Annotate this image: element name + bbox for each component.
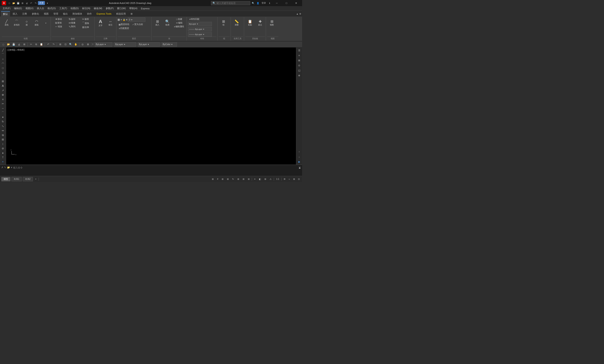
lt-array[interactable]: ⊞ (0, 138, 5, 142)
lineweight-dropdown-ribbon[interactable]: ──── ByLayer ▾ (188, 32, 212, 37)
tab-layout2[interactable]: 布局2 (23, 177, 33, 181)
bycolor-dropdown[interactable]: ByColor ▾ (162, 42, 177, 47)
zoom-realtime-button[interactable]: 🔍 (68, 42, 73, 47)
menu-express[interactable]: Express (139, 7, 151, 10)
draw-more-button[interactable]: ▾ (42, 17, 50, 29)
lt-leader[interactable]: ↗ (0, 88, 5, 93)
tab-layout1[interactable]: 布局1 (11, 177, 22, 181)
tab-annotate[interactable]: 注释 (20, 11, 29, 16)
tab-default[interactable]: 默认 (1, 11, 10, 17)
bylayer-dropdown-2[interactable]: ByLayer ▾ (114, 42, 136, 47)
menu-tools[interactable]: 工具(T) (58, 6, 69, 11)
cmdline-dropdown-icon[interactable]: ▾ (11, 166, 12, 169)
rt-expand[interactable]: ▶ (297, 159, 302, 164)
tab-express[interactable]: Express Tools (94, 12, 113, 16)
undo-tb-button[interactable]: ↶ (46, 42, 50, 47)
zoom-extent-button[interactable]: ⊞ (58, 42, 63, 47)
search-button[interactable]: 🔍 (251, 1, 255, 5)
sb-transparency-btn[interactable]: ◧ (258, 177, 262, 181)
copy-button[interactable]: ⧉ 复制 (52, 21, 65, 25)
search-input[interactable] (216, 2, 247, 4)
save-tb-button[interactable]: 💾 (11, 42, 16, 47)
line-button[interactable]: ╱ 直线 (2, 17, 11, 29)
sb-grid-btn[interactable]: # (216, 177, 220, 181)
lt-revcloud[interactable]: ♦ (0, 151, 5, 155)
layer-dropdown[interactable]: 0 ▾ (128, 17, 145, 22)
redo-tb-button[interactable]: ↷ (51, 42, 56, 47)
rt-tool2[interactable]: ◱ (297, 68, 302, 73)
menu-format[interactable]: 格式(O) (46, 6, 58, 11)
fillet-button[interactable]: ⌒ 圆角 (79, 21, 92, 25)
tab-addins[interactable]: 附加模块 (70, 11, 84, 16)
lt-text[interactable]: A (0, 84, 5, 88)
ribbon-minimize-icon[interactable]: ▲ (296, 13, 298, 15)
stretch-button[interactable]: ↔ 缩放 (52, 25, 65, 28)
match-layer-button[interactable]: ≡ 匹配图层 (117, 26, 131, 30)
arc-button[interactable]: ◠ 圆弧 (32, 17, 41, 29)
lt-move[interactable]: ✦ (0, 115, 5, 119)
layer-props-button[interactable]: ▦ 图层特性 (117, 23, 131, 26)
scale-button[interactable]: ⤡ 阵列 (65, 25, 78, 28)
sb-ortho-btn[interactable]: ⊞ (226, 177, 230, 181)
new-file-button[interactable]: □ (7, 1, 11, 5)
rt-scroll-down[interactable]: ↓ (297, 154, 302, 159)
menu-window[interactable]: 窗口(W) (115, 6, 127, 11)
paste-button[interactable]: 📋 粘贴 (245, 17, 255, 29)
edit-block-button[interactable]: ✏ 编辑 (173, 21, 186, 25)
sb-maximize-btn[interactable]: ⊞ (292, 177, 296, 181)
lt-region[interactable]: ⊘ (0, 147, 5, 151)
menu-insert[interactable]: 插入(I) (35, 6, 46, 11)
search-bar[interactable]: 🔍 (211, 1, 250, 5)
measure-button[interactable]: 📏 测量 (232, 17, 241, 29)
lt-copy[interactable]: ⧉ (0, 133, 5, 137)
menu-annotate[interactable]: 标注(N) (80, 6, 92, 11)
zoom-window-button[interactable]: ⊡ (63, 42, 68, 47)
sb-lineweight-btn[interactable]: ≡ (253, 177, 257, 181)
add-layout-button[interactable]: + (34, 177, 38, 181)
lt-insert[interactable]: ⊗ (0, 93, 5, 97)
undo-button[interactable]: ↶ (29, 1, 33, 5)
menu-draw[interactable]: 绘图(D) (69, 6, 80, 11)
text-button[interactable]: A 文字 (96, 17, 105, 29)
view-button[interactable]: ⊞ 视图 (267, 17, 277, 29)
print-tb-button[interactable]: 🖨 (17, 42, 21, 47)
lt-gradient[interactable]: • (0, 160, 5, 164)
cmdline-scroll[interactable]: ▲ (299, 166, 301, 169)
base-point-button[interactable]: ✚ 基点 (255, 17, 265, 29)
cmdline-edit-icon[interactable]: ✎ (4, 166, 6, 169)
saveas-button[interactable]: ⊞ (21, 1, 25, 5)
menu-view[interactable]: 视图(V) (24, 6, 35, 11)
lt-rotate[interactable]: ↻ (0, 120, 5, 124)
lt-mtext[interactable]: T (0, 155, 5, 160)
rt-layers[interactable]: ≡ (297, 53, 302, 58)
menu-param[interactable]: 参数(P) (104, 6, 115, 11)
minimize-button[interactable]: ─ (273, 1, 281, 5)
lt-circle[interactable]: ○ (0, 57, 5, 61)
detect-button[interactable]: 🔍 检测 (163, 17, 172, 29)
tab-manage[interactable]: 管理 (51, 11, 60, 16)
ribbon-settings-icon[interactable]: ⚙ (299, 13, 301, 15)
open-file-button[interactable]: 📂 (12, 1, 16, 5)
move-button[interactable]: ✦ 移动 (52, 17, 65, 21)
sb-settings-btn[interactable]: ⚙ (282, 177, 286, 181)
cmdline-x-icon[interactable]: ✗ (1, 166, 3, 169)
lt-line[interactable]: ╱ (0, 48, 5, 52)
lt-extend[interactable]: ↔ (0, 106, 5, 111)
new-tb-button[interactable]: □ (1, 42, 6, 47)
sb-scale-btn[interactable]: 1:1 (275, 177, 280, 181)
color-dropdown-ribbon[interactable]: ByLayer ▾ (188, 22, 212, 26)
rt-properties[interactable]: ☰ (297, 48, 302, 53)
print-preview-button[interactable]: ⊞ (22, 42, 26, 47)
maximize-button[interactable]: □ (282, 1, 291, 5)
sb-toggle-btn[interactable]: ⊡ (297, 177, 301, 181)
paste-tb-button[interactable]: 📋 (39, 42, 44, 47)
view3d-button[interactable]: ⊞ (86, 42, 90, 47)
mirror-button[interactable]: ⇔ 镜像 (65, 21, 78, 25)
lt-polygon[interactable]: △ (0, 70, 5, 75)
lt-scale[interactable]: ⤡ (0, 124, 5, 128)
lt-polyline[interactable]: ⌒ (0, 52, 5, 57)
open-tb-button[interactable]: 📂 (6, 42, 11, 47)
lt-point[interactable]: · (0, 75, 5, 79)
login-button[interactable]: 登录 (261, 1, 267, 5)
pan-button[interactable]: ✋ (74, 42, 78, 47)
